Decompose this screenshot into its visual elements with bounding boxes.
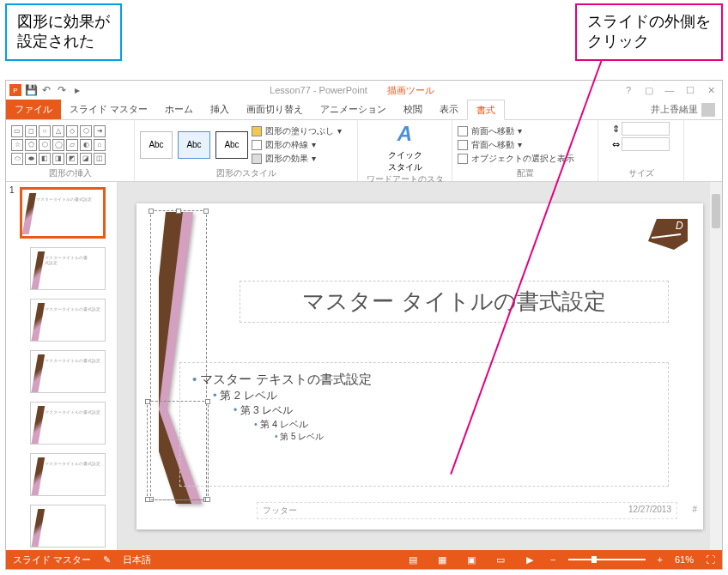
reading-view-icon[interactable]: ▭ <box>492 554 509 566</box>
notes-button[interactable]: ▤ <box>404 554 422 566</box>
body-level-3: 第 3 レベル <box>234 403 656 418</box>
svg-text:D: D <box>676 220 683 232</box>
save-icon[interactable]: 💾 <box>25 84 37 96</box>
shape-styles-gallery[interactable]: Abc Abc Abc <box>140 131 248 159</box>
shapes-gallery[interactable]: ▭◻○△◇⬡➜ ☆⬠⬡◯▱◐⌂ ⬭⬬◧◨◩◪◫ <box>11 125 106 165</box>
slide-canvas-area[interactable]: D <box>118 182 722 550</box>
slideshow-view-icon[interactable]: ▶ <box>521 554 538 566</box>
style-swatch[interactable]: Abc <box>140 131 173 159</box>
master-title-placeholder[interactable]: マスター タイトルの書式設定 <box>240 281 669 323</box>
ribbon-group-shapes: ▭◻○△◇⬡➜ ☆⬠⬡◯▱◐⌂ ⬭⬬◧◨◩◪◫ 図形の挿入 <box>6 120 135 181</box>
slide-master: D <box>136 203 703 530</box>
body-level-4: 第 4 レベル <box>254 418 656 431</box>
send-backward-button[interactable]: 背面へ移動 ▾ <box>458 139 574 151</box>
bring-forward-button[interactable]: 前面へ移動 ▾ <box>458 125 574 137</box>
layout-thumbnail[interactable]: マスタータイトルの書式設定 <box>11 402 112 445</box>
zoom-level[interactable]: 61% <box>675 554 694 565</box>
start-slideshow-icon[interactable]: ▸ <box>71 84 83 96</box>
height-input[interactable]: ⇕ <box>612 122 670 136</box>
footer-text[interactable]: フッター <box>263 505 297 517</box>
tab-slide-master[interactable]: スライド マスター <box>61 100 156 119</box>
tab-animation[interactable]: アニメーション <box>312 100 395 119</box>
vertical-scrollbar[interactable] <box>710 182 722 550</box>
body-level-2: 第 2 レベル <box>213 388 656 403</box>
user-name: 井上香緒里 <box>651 103 698 116</box>
quick-styles-button[interactable]: クイック スタイル <box>388 149 422 173</box>
view-mode-label: スライド マスター <box>13 554 91 566</box>
style-swatch[interactable]: Abc <box>178 131 210 159</box>
layout-thumbnail[interactable]: マスタータイトルの書式設定 <box>11 453 112 496</box>
avatar <box>701 103 715 117</box>
zoom-slider[interactable] <box>568 559 646 560</box>
language-label[interactable]: 日本語 <box>123 554 151 566</box>
layout-thumbnail[interactable]: マスタータイトルの書式設定 <box>11 247 112 290</box>
ribbon-group-label: 配置 <box>458 167 592 179</box>
contextual-tab-label: 描画ツール <box>387 85 434 95</box>
window-controls: ? ▢ — ☐ ✕ <box>621 85 719 96</box>
tab-transitions[interactable]: 画面切り替え <box>238 100 312 119</box>
wordart-preview-icon: A <box>397 122 412 146</box>
footer-placeholders: フッター 12/27/2013 # <box>257 502 677 519</box>
window-title: Lesson77 - PowerPoint 描画ツール <box>83 84 621 97</box>
spell-check-icon[interactable]: ✎ <box>103 554 111 566</box>
annotation-pink: スライドの外側を クリック <box>575 3 723 61</box>
title-bar: P 💾 ↶ ↷ ▸ Lesson77 - PowerPoint 描画ツール ? … <box>6 81 722 100</box>
ribbon-group-label: サイズ <box>604 167 678 179</box>
shape-outline-button[interactable]: 図形の枠線 ▾ <box>252 139 342 151</box>
tab-format[interactable]: 書式 <box>467 100 505 120</box>
undo-icon[interactable]: ↶ <box>40 84 52 96</box>
ribbon-tabs: ファイル スライド マスター ホーム 挿入 画面切り替え アニメーション 校閲 … <box>6 100 722 120</box>
fit-window-icon[interactable]: ⛶ <box>706 554 715 565</box>
workspace: 1 マスタータイトルの書式設定 マスタータイトルの書式設定 マスタータイトルの書… <box>6 182 722 550</box>
user-account[interactable]: 井上香緒里 <box>644 100 722 119</box>
sorter-view-icon[interactable]: ▣ <box>463 554 480 566</box>
date-placeholder[interactable]: 12/27/2013 <box>628 505 671 517</box>
status-bar: スライド マスター ✎ 日本語 ▤ ▦ ▣ ▭ ▶ − + 61% ⛶ <box>6 550 722 569</box>
quick-access-toolbar: P 💾 ↶ ↷ ▸ <box>9 84 83 96</box>
maximize-icon[interactable]: ☐ <box>682 85 698 96</box>
layout-thumbnail[interactable]: マスタータイトルの書式設定 <box>11 350 112 393</box>
normal-view-icon[interactable]: ▦ <box>434 554 451 566</box>
width-input[interactable]: ⇔ <box>612 137 670 151</box>
corner-logo: D <box>640 215 691 253</box>
shape-fill-button[interactable]: 図形の塗りつぶし ▾ <box>252 125 342 137</box>
master-thumbnail[interactable]: 1 マスタータイトルの書式設定 <box>11 187 112 239</box>
thumb-number: 1 <box>9 185 15 195</box>
selection-pane-button[interactable]: オブジェクトの選択と表示 <box>458 153 574 165</box>
tab-review[interactable]: 校閲 <box>395 100 431 119</box>
thumbnail-panel: 1 マスタータイトルの書式設定 マスタータイトルの書式設定 マスタータイトルの書… <box>6 182 118 550</box>
layout-thumbnail[interactable]: マスタータイトルの書式設定 <box>11 299 112 342</box>
close-icon[interactable]: ✕ <box>703 85 719 96</box>
help-icon[interactable]: ? <box>621 85 636 96</box>
layout-thumbnail[interactable] <box>11 505 112 548</box>
body-level-1: マスター テキストの書式設定 <box>192 372 656 388</box>
zoom-in-button[interactable]: + <box>658 554 663 565</box>
ribbon-group-wordart: A クイック スタイル ワードアートのスタイル <box>358 120 452 181</box>
zoom-out-button[interactable]: − <box>550 554 555 565</box>
tab-insert[interactable]: 挿入 <box>202 100 238 119</box>
ribbon-group-label: 図形の挿入 <box>11 167 129 179</box>
annotation-blue: 図形に効果が 設定された <box>5 3 122 61</box>
powerpoint-window: P 💾 ↶ ↷ ▸ Lesson77 - PowerPoint 描画ツール ? … <box>5 80 723 570</box>
tab-home[interactable]: ホーム <box>156 100 202 119</box>
shape-effects-button[interactable]: 図形の効果 ▾ <box>252 153 342 165</box>
minimize-icon[interactable]: — <box>662 85 677 96</box>
style-swatch[interactable]: Abc <box>215 131 248 159</box>
ribbon-display-icon[interactable]: ▢ <box>641 85 657 96</box>
master-body-placeholder[interactable]: マスター テキストの書式設定 第 2 レベル 第 3 レベル 第 4 レベル 第… <box>179 362 669 487</box>
ribbon-group-size: ⇕ ⇔ サイズ <box>598 120 684 181</box>
ribbon: ▭◻○△◇⬡➜ ☆⬠⬡◯▱◐⌂ ⬭⬬◧◨◩◪◫ 図形の挿入 Abc Abc Ab… <box>6 120 722 182</box>
page-number-placeholder[interactable]: # <box>692 505 697 514</box>
tab-file[interactable]: ファイル <box>6 100 61 119</box>
redo-icon[interactable]: ↷ <box>56 84 68 96</box>
ribbon-group-styles: Abc Abc Abc 図形の塗りつぶし ▾ 図形の枠線 ▾ 図形の効果 ▾ 図… <box>135 120 358 181</box>
tab-view[interactable]: 表示 <box>431 100 467 119</box>
ribbon-group-label: 図形のスタイル <box>140 167 352 179</box>
app-icon: P <box>9 84 21 96</box>
